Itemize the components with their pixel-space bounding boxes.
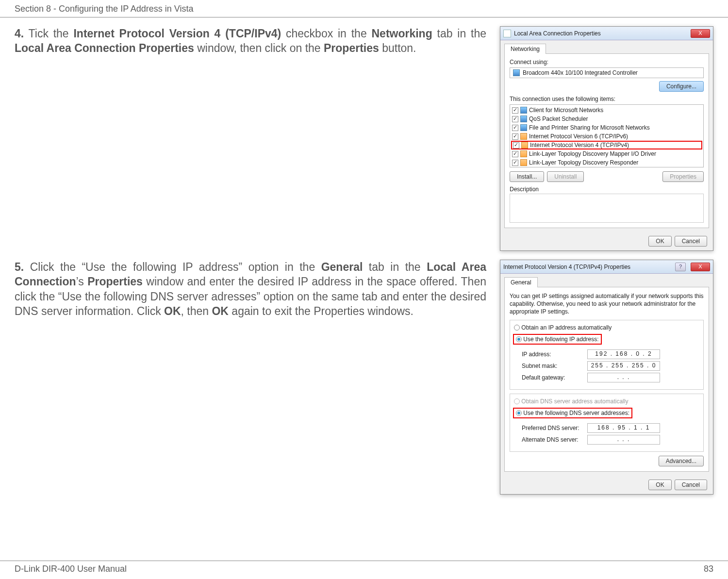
- checkbox-icon[interactable]: [512, 125, 518, 131]
- radio-auto-ip[interactable]: [514, 325, 520, 331]
- ok-button[interactable]: OK: [648, 236, 671, 247]
- list-item[interactable]: File and Printer Sharing for Microsoft N…: [511, 123, 702, 132]
- protocol-icon: [520, 133, 527, 140]
- window-icon: [503, 30, 511, 37]
- tab-general[interactable]: General: [504, 277, 538, 287]
- tab-networking[interactable]: Networking: [504, 44, 546, 54]
- t: Local Area Connection Properties: [15, 42, 194, 54]
- description-box: [510, 194, 704, 223]
- list-item[interactable]: QoS Packet Scheduler: [511, 115, 702, 123]
- item-label: Internet Protocol Version 6 (TCP/IPv6): [529, 133, 628, 140]
- cancel-button[interactable]: Cancel: [675, 480, 707, 490]
- item-label: Internet Protocol Version 4 (TCP/IPv4): [530, 142, 629, 149]
- footer-page-number: 83: [704, 564, 713, 574]
- close-icon[interactable]: X: [691, 263, 710, 271]
- gateway-input[interactable]: . . .: [587, 373, 660, 382]
- radio-use-ip[interactable]: [516, 336, 522, 342]
- step-5-row: 5. Click the “Use the following IP addre…: [15, 260, 713, 495]
- mask-input[interactable]: 255 . 255 . 255 . 0: [587, 361, 660, 371]
- cancel-button[interactable]: Cancel: [675, 236, 707, 247]
- list-item[interactable]: Internet Protocol Version 6 (TCP/IPv6): [511, 132, 702, 141]
- tab-strip: General: [500, 274, 713, 287]
- uninstall-button[interactable]: Uninstall: [547, 171, 584, 182]
- configure-button[interactable]: Configure...: [659, 81, 704, 92]
- ok-button[interactable]: OK: [648, 480, 671, 490]
- tab-strip: Networking: [500, 40, 713, 53]
- t: Networking: [371, 27, 432, 40]
- item-label: File and Printer Sharing for Microsoft N…: [529, 124, 650, 131]
- items-list[interactable]: Client for Microsoft Networks QoS Packet…: [510, 104, 704, 167]
- connect-using-label: Connect using:: [510, 59, 704, 66]
- t: OK: [164, 305, 181, 317]
- t: window, then click on the: [194, 42, 324, 54]
- t: , then: [181, 305, 212, 317]
- list-item[interactable]: Link-Layer Topology Discovery Mapper I/O…: [511, 149, 702, 158]
- adns-input[interactable]: . . .: [587, 435, 660, 445]
- radio-label: Obtain DNS server address automatically: [521, 398, 628, 405]
- step-5-num: 5.: [15, 261, 24, 273]
- dialog-footer: OK Cancel: [500, 232, 713, 250]
- checkbox-icon[interactable]: [512, 160, 518, 166]
- t: Properties: [324, 42, 379, 54]
- t: General: [321, 261, 363, 273]
- t: tab in the: [432, 27, 486, 40]
- radio-auto-dns: [514, 398, 520, 404]
- t: tab in the: [363, 261, 427, 273]
- window-title: Local Area Connection Properties: [514, 30, 601, 37]
- checkbox-icon[interactable]: [512, 151, 518, 157]
- ip-group: Obtain an IP address automatically Use t…: [510, 320, 704, 390]
- adapter-icon: [513, 69, 520, 76]
- list-item[interactable]: Client for Microsoft Networks: [511, 106, 702, 115]
- adapter-name: Broadcom 440x 10/100 Integrated Controll…: [523, 69, 638, 76]
- t: OK: [212, 305, 229, 317]
- list-item[interactable]: Link-Layer Topology Discovery Responder: [511, 158, 702, 167]
- advanced-button[interactable]: Advanced...: [659, 456, 704, 466]
- ip-label: IP address:: [522, 351, 587, 358]
- tab-body: You can get IP settings assigned automat…: [504, 287, 709, 472]
- help-icon[interactable]: ?: [675, 263, 686, 271]
- radio-use-dns[interactable]: [516, 410, 522, 416]
- properties-button[interactable]: Properties: [662, 171, 704, 182]
- t: Properties: [87, 275, 143, 288]
- t: ’s: [76, 275, 88, 288]
- titlebar: Local Area Connection Properties X: [500, 27, 713, 40]
- list-item-ipv4-highlight[interactable]: Internet Protocol Version 4 (TCP/IPv4): [511, 141, 702, 149]
- checkbox-icon[interactable]: [512, 133, 518, 140]
- item-label: Client for Microsoft Networks: [529, 107, 603, 114]
- step-5-text: 5. Click the “Use the following IP addre…: [15, 260, 486, 318]
- gateway-label: Default gateway:: [522, 374, 587, 381]
- close-icon[interactable]: X: [691, 29, 710, 38]
- protocol-icon: [520, 124, 527, 131]
- protocol-icon: [520, 116, 527, 122]
- t: checkbox in the: [281, 27, 371, 40]
- step-4-num: 4.: [15, 27, 24, 40]
- radio-label: Use the following IP address:: [523, 336, 598, 343]
- ipv4-properties-dialog: Internet Protocol Version 4 (TCP/IPv4) P…: [500, 260, 713, 495]
- install-button[interactable]: Install...: [510, 171, 544, 182]
- protocol-icon: [520, 107, 527, 114]
- t: button.: [379, 42, 416, 54]
- radio-label: Use the following DNS server addresses:: [523, 410, 629, 416]
- checkbox-icon[interactable]: [513, 142, 519, 149]
- pdns-input[interactable]: 168 . 95 . 1 . 1: [587, 423, 660, 433]
- step-4-row: 4. Tick the Internet Protocol Version 4 …: [15, 26, 713, 251]
- pdns-label: Preferred DNS server:: [522, 425, 587, 431]
- page-footer: D-Link DIR-400 User Manual 83: [0, 561, 728, 574]
- dns-group: Obtain DNS server address automatically …: [510, 394, 704, 452]
- protocol-icon: [521, 142, 528, 149]
- t: Internet Protocol Version 4 (TCP/IPv4): [73, 27, 281, 40]
- lan-properties-dialog: Local Area Connection Properties X Netwo…: [500, 26, 713, 251]
- mask-label: Subnet mask:: [522, 363, 587, 369]
- window-title: Internet Protocol Version 4 (TCP/IPv4) P…: [503, 264, 630, 270]
- description-label: Description: [510, 186, 704, 193]
- section-title: Section 8 - Configuring the IP Address i…: [15, 4, 194, 14]
- checkbox-icon[interactable]: [512, 107, 518, 114]
- checkbox-icon[interactable]: [512, 116, 518, 122]
- content: 4. Tick the Internet Protocol Version 4 …: [0, 17, 728, 495]
- items-label: This connection uses the following items…: [510, 96, 704, 102]
- radio-label: Obtain an IP address automatically: [521, 324, 612, 331]
- t: Tick the: [24, 27, 73, 40]
- t: Click the “Use the following IP address”…: [24, 261, 321, 273]
- ip-input[interactable]: 192 . 168 . 0 . 2: [587, 349, 660, 359]
- step-4-text: 4. Tick the Internet Protocol Version 4 …: [15, 26, 486, 56]
